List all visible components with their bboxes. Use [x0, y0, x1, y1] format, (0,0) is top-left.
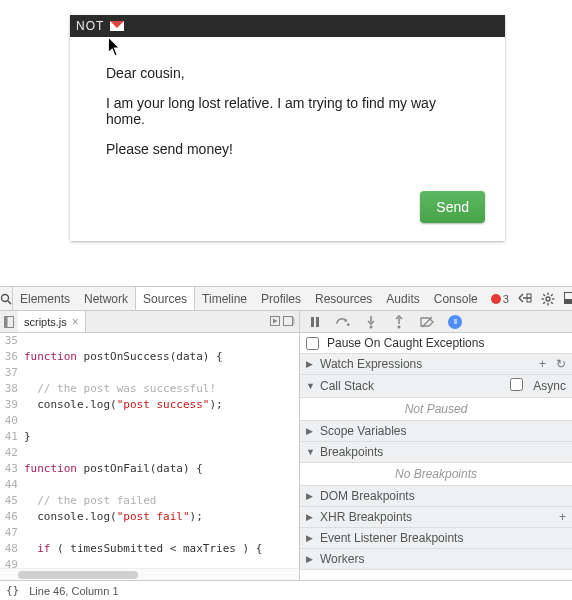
line-number[interactable]: 41: [0, 429, 24, 445]
add-watch-icon[interactable]: +: [539, 357, 546, 371]
code-line[interactable]: 39 console.log("post success");: [0, 397, 299, 413]
call-stack-section[interactable]: ▼ Call Stack Async: [300, 375, 572, 398]
debugger-controls: II: [300, 311, 572, 333]
chevron-right-icon: ▶: [306, 491, 316, 501]
step-into-icon[interactable]: [364, 315, 378, 329]
code-line[interactable]: 37: [0, 365, 299, 381]
dom-breakpoints-section[interactable]: ▶ DOM Breakpoints: [300, 486, 572, 507]
run-snippet-icon[interactable]: [270, 316, 280, 328]
deactivate-breakpoints-icon[interactable]: [420, 315, 434, 329]
chevron-down-icon: ▼: [306, 447, 316, 457]
code-line[interactable]: 35: [0, 333, 299, 349]
file-tab[interactable]: scripts.js ×: [18, 311, 86, 332]
line-number[interactable]: 44: [0, 477, 24, 493]
show-navigator-icon[interactable]: [0, 311, 18, 332]
async-checkbox[interactable]: [510, 378, 523, 391]
code-line[interactable]: 38 // the post was successful!: [0, 381, 299, 397]
dock-icon[interactable]: [564, 292, 572, 306]
svg-line-9: [551, 302, 553, 304]
breakpoints-section[interactable]: ▼ Breakpoints: [300, 442, 572, 463]
debugger-pane: II Pause On Caught Exceptions ▶ Watch Ex…: [300, 311, 572, 580]
code-line[interactable]: 48 if ( timesSubmitted < maxTries ) {: [0, 541, 299, 557]
more-tabs-icon[interactable]: [283, 316, 295, 328]
pretty-print-icon[interactable]: {}: [6, 584, 19, 597]
workers-section[interactable]: ▶ Workers: [300, 549, 572, 570]
tab-profiles[interactable]: Profiles: [254, 287, 308, 310]
line-number[interactable]: 45: [0, 493, 24, 509]
add-xhr-breakpoint-icon[interactable]: +: [559, 510, 566, 524]
line-number[interactable]: 47: [0, 525, 24, 541]
settings-icon[interactable]: [541, 292, 555, 306]
code-text: }: [24, 429, 31, 445]
code-line[interactable]: 41}: [0, 429, 299, 445]
svg-point-24: [347, 323, 350, 326]
xhr-breakpoints-section[interactable]: ▶ XHR Breakpoints +: [300, 507, 572, 528]
horizontal-scrollbar[interactable]: [0, 568, 299, 580]
line-number[interactable]: 46: [0, 509, 24, 525]
close-file-icon[interactable]: ×: [72, 315, 79, 329]
code-line[interactable]: 42: [0, 445, 299, 461]
code-line[interactable]: 45 // the post failed: [0, 493, 299, 509]
tab-resources[interactable]: Resources: [308, 287, 379, 310]
line-number[interactable]: 42: [0, 445, 24, 461]
code-line[interactable]: 49: [0, 557, 299, 568]
step-out-icon[interactable]: [392, 315, 406, 329]
line-number[interactable]: 49: [0, 557, 24, 568]
refresh-icon[interactable]: ↻: [556, 357, 566, 371]
devtools-panel: ElementsNetworkSourcesTimelineProfilesRe…: [0, 286, 572, 600]
error-dot-icon: [491, 294, 501, 304]
line-number[interactable]: 36: [0, 349, 24, 365]
code-text: console.log("post success");: [24, 397, 223, 413]
line-number[interactable]: 37: [0, 365, 24, 381]
code-text: [24, 477, 31, 493]
breakpoints-empty: No Breakpoints: [300, 463, 572, 486]
pause-on-caught-row[interactable]: Pause On Caught Exceptions: [300, 333, 572, 354]
tab-network[interactable]: Network: [77, 287, 135, 310]
svg-line-10: [551, 294, 553, 296]
line-number[interactable]: 43: [0, 461, 24, 477]
svg-rect-22: [311, 317, 314, 327]
chevron-right-icon: ▶: [306, 533, 316, 543]
pause-on-exceptions-icon[interactable]: II: [448, 315, 462, 329]
inspect-icon[interactable]: [0, 287, 13, 310]
chevron-right-icon: ▶: [306, 426, 316, 436]
line-number[interactable]: 39: [0, 397, 24, 413]
line-number[interactable]: 35: [0, 333, 24, 349]
chevron-down-icon: ▼: [306, 381, 316, 391]
devtools-toolbar: ElementsNetworkSourcesTimelineProfilesRe…: [0, 287, 572, 311]
gmail-icon: [110, 21, 124, 31]
svg-line-11: [543, 302, 545, 304]
email-body: Dear cousin, I am your long lost relativ…: [70, 37, 505, 191]
code-text: function postOnSuccess(data) {: [24, 349, 223, 365]
call-stack-empty: Not Paused: [300, 398, 572, 421]
watch-expressions-section[interactable]: ▶ Watch Expressions + ↻: [300, 354, 572, 375]
line-number[interactable]: 40: [0, 413, 24, 429]
code-line[interactable]: 47: [0, 525, 299, 541]
line-number[interactable]: 48: [0, 541, 24, 557]
svg-line-1: [8, 301, 11, 304]
pause-on-caught-checkbox[interactable]: [306, 337, 319, 350]
status-bar: {} Line 46, Column 1: [0, 580, 572, 600]
tab-audits[interactable]: Audits: [379, 287, 426, 310]
chevron-right-icon: ▶: [306, 554, 316, 564]
scope-variables-section[interactable]: ▶ Scope Variables: [300, 421, 572, 442]
show-drawer-icon[interactable]: [518, 292, 532, 306]
tab-sources[interactable]: Sources: [135, 287, 195, 310]
line-number[interactable]: 38: [0, 381, 24, 397]
code-line[interactable]: 36function postOnSuccess(data) {: [0, 349, 299, 365]
code-line[interactable]: 44: [0, 477, 299, 493]
event-listener-breakpoints-section[interactable]: ▶ Event Listener Breakpoints: [300, 528, 572, 549]
tab-elements[interactable]: Elements: [13, 287, 77, 310]
tab-console[interactable]: Console: [427, 287, 485, 310]
code-line[interactable]: 46 console.log("post fail");: [0, 509, 299, 525]
svg-point-0: [2, 294, 9, 301]
code-editor[interactable]: 35 36function postOnSuccess(data) {37 38…: [0, 333, 299, 568]
tab-timeline[interactable]: Timeline: [195, 287, 254, 310]
step-over-icon[interactable]: [336, 315, 350, 329]
code-line[interactable]: 40: [0, 413, 299, 429]
error-count[interactable]: 3: [491, 293, 509, 305]
send-button[interactable]: Send: [420, 191, 485, 223]
code-text: [24, 365, 31, 381]
code-line[interactable]: 43function postOnFail(data) {: [0, 461, 299, 477]
pause-icon[interactable]: [308, 315, 322, 329]
